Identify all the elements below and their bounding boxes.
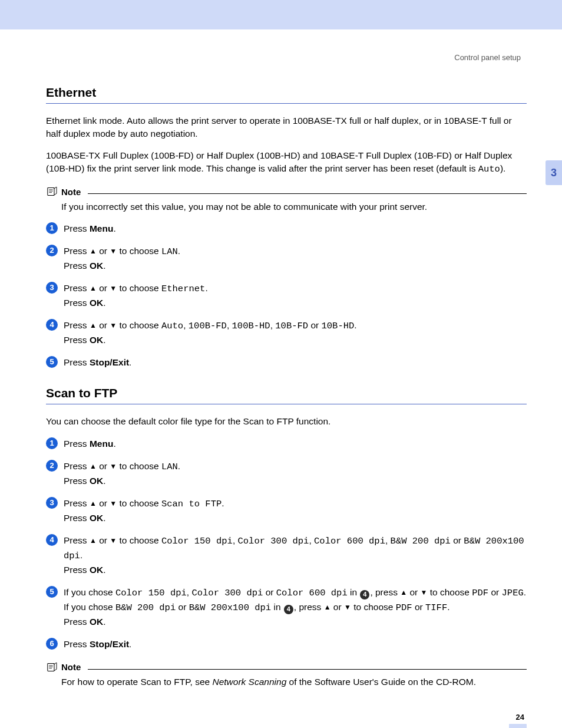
up-arrow-icon: ▲	[90, 535, 97, 546]
up-arrow-icon: ▲	[90, 283, 97, 294]
text: Press	[64, 617, 90, 627]
section-title-ethernet: Ethernet	[46, 85, 527, 104]
text: If you chose	[64, 587, 115, 597]
step-body: Press Stop/Exit.	[64, 637, 527, 651]
breadcrumb: Control panel setup	[46, 53, 527, 62]
step-body: Press ▲ or ▼ to choose LAN. Press OK.	[64, 459, 527, 488]
step-bullet-3: 3	[46, 497, 58, 509]
option: B&W 200 dpi	[391, 536, 451, 546]
text: or	[331, 602, 344, 612]
option-scanftp: Scan to FTP	[161, 499, 222, 509]
text: or	[407, 587, 420, 597]
text: Press	[64, 357, 90, 367]
page-bar	[509, 724, 527, 728]
step-1: 1 Press Menu.	[46, 222, 527, 236]
step-body: Press ▲ or ▼ to choose LAN. Press OK.	[64, 244, 527, 273]
down-arrow-icon: ▼	[110, 320, 117, 331]
step-3: 3 Press ▲ or ▼ to choose Scan to FTP. Pr…	[46, 496, 527, 525]
note-icon	[46, 187, 58, 196]
text: 100BASE-TX Full Duplex (100B-FD) or Half…	[46, 150, 512, 173]
ethernet-para1: Ethernet link mode. Auto allows the prin…	[46, 114, 527, 141]
down-arrow-icon: ▼	[110, 461, 117, 472]
text: .	[447, 602, 449, 612]
ok-key: OK	[90, 261, 103, 271]
text: to choose	[351, 602, 396, 612]
menu-key: Menu	[90, 439, 113, 449]
step-bullet-4: 4	[46, 534, 58, 546]
up-arrow-icon: ▲	[400, 587, 407, 598]
text: For how to operate Scan to FTP, see	[61, 677, 212, 687]
text: .	[103, 476, 105, 486]
text: or	[97, 535, 110, 545]
svg-rect-0	[48, 188, 54, 196]
step-1: 1 Press Menu.	[46, 437, 527, 451]
ok-key: OK	[90, 476, 103, 486]
ethernet-para2: 100BASE-TX Full Duplex (100B-FD) or Half…	[46, 149, 527, 176]
text: .	[113, 439, 115, 449]
text: .	[178, 246, 180, 256]
text: .	[80, 550, 82, 560]
step-4: 4 Press ▲ or ▼ to choose Auto, 100B-FD, …	[46, 318, 527, 347]
option: 10B-FD	[275, 321, 308, 331]
step-body: Press ▲ or ▼ to choose Color 150 dpi, Co…	[64, 533, 527, 577]
step-2: 2 Press ▲ or ▼ to choose LAN. Press OK.	[46, 244, 527, 273]
text: ,	[227, 320, 232, 330]
step-bullet-1: 1	[46, 222, 58, 234]
text: .	[103, 335, 105, 345]
text: or	[97, 498, 110, 508]
page-number: 24	[46, 713, 527, 722]
step-body: Press Stop/Exit.	[64, 355, 527, 370]
text: Press	[64, 535, 90, 545]
text: .	[103, 261, 105, 271]
step-4: 4 Press ▲ or ▼ to choose Color 150 dpi, …	[46, 533, 527, 577]
text: ,	[233, 535, 238, 545]
up-arrow-icon: ▲	[324, 602, 331, 613]
text: Press	[64, 565, 90, 575]
down-arrow-icon: ▼	[110, 535, 117, 546]
text: or	[97, 283, 110, 293]
text: ).	[500, 163, 505, 173]
text: to choose	[117, 283, 161, 293]
text: , press	[370, 587, 400, 597]
text: .	[354, 320, 356, 330]
step-body: If you chose Color 150 dpi, Color 300 dp…	[64, 585, 527, 629]
step-3: 3 Press ▲ or ▼ to choose Ethernet. Press…	[46, 281, 527, 310]
option: Color 150 dpi	[115, 588, 187, 598]
text: .	[103, 513, 105, 523]
text: Press	[64, 298, 90, 308]
text: , press	[294, 602, 324, 612]
text: If you chose	[64, 602, 115, 612]
scanftp-steps: 1 Press Menu. 2 Press ▲ or ▼ to choose L…	[46, 437, 527, 651]
ok-key: OK	[90, 513, 103, 523]
step-body: Press Menu.	[64, 437, 527, 451]
text: or	[308, 320, 321, 330]
option: 100B-HD	[232, 321, 270, 331]
text: or	[97, 461, 110, 471]
up-arrow-icon: ▲	[90, 320, 97, 331]
emphasis: Network Scanning	[212, 677, 286, 687]
step-5: 5 Press Stop/Exit.	[46, 355, 527, 370]
text: .	[129, 357, 131, 367]
step-bullet-3: 3	[46, 282, 58, 294]
note-block-scanftp: Note For how to operate Scan to FTP, see…	[46, 662, 527, 689]
ok-key: OK	[90, 335, 103, 345]
text: to choose	[117, 246, 161, 256]
option: Color 150 dpi	[161, 536, 233, 546]
text: Press	[64, 335, 90, 345]
step-bullet-5: 5	[46, 356, 58, 368]
text: ,	[270, 320, 276, 330]
down-arrow-icon: ▼	[110, 283, 117, 294]
option-ethernet: Ethernet	[161, 284, 205, 294]
note-header: Note	[46, 187, 527, 197]
page-footer: 24	[46, 713, 527, 728]
step-ref-4-icon: 4	[360, 590, 369, 599]
ok-key: OK	[90, 298, 103, 308]
note-icon	[46, 663, 58, 672]
step-5: 5 If you chose Color 150 dpi, Color 300 …	[46, 585, 527, 629]
text: ,	[309, 535, 314, 545]
note-block-ethernet: Note If you incorrectly set this value, …	[46, 187, 527, 213]
option-lan: LAN	[161, 462, 178, 472]
text: to choose	[117, 320, 161, 330]
svg-rect-1	[48, 663, 54, 671]
text: to choose	[427, 587, 472, 597]
